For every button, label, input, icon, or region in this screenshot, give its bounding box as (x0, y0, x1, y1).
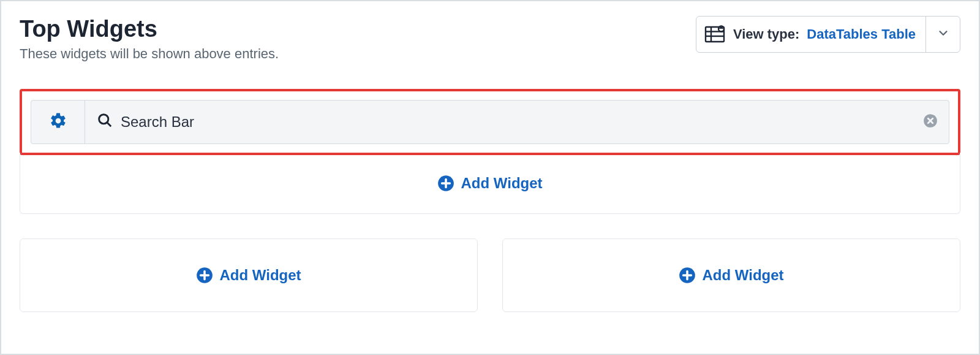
widget-settings-button[interactable] (31, 101, 85, 143)
page-subtitle: These widgets will be shown above entrie… (20, 46, 279, 62)
plus-circle-icon (679, 267, 696, 284)
add-widget-columns: Add Widget Add Widget (20, 239, 960, 312)
plus-circle-icon (437, 175, 454, 192)
chevron-down-icon (937, 26, 950, 42)
add-widget-button-col-2[interactable]: Add Widget (502, 239, 960, 312)
title-block: Top Widgets These widgets will be shown … (20, 16, 279, 62)
close-icon (922, 113, 938, 131)
search-bar-widget-highlight: Search Bar (20, 89, 960, 155)
plus-circle-icon (196, 267, 213, 284)
header-row: Top Widgets These widgets will be shown … (20, 16, 960, 62)
search-bar-widget[interactable]: Search Bar (31, 100, 949, 144)
add-widget-label: Add Widget (461, 175, 542, 192)
svg-line-7 (107, 123, 111, 126)
view-type-value: DataTables Table (807, 26, 916, 42)
page-title: Top Widgets (20, 16, 279, 42)
widget-body[interactable]: Search Bar (85, 101, 912, 143)
widget-name: Search Bar (121, 113, 194, 131)
view-type-label: View type: (733, 26, 799, 42)
view-type-dropdown-toggle[interactable] (925, 17, 960, 52)
top-widgets-panel: Top Widgets These widgets will be shown … (0, 0, 980, 355)
view-type-main[interactable]: View type: DataTables Table (696, 17, 925, 52)
view-type-selector[interactable]: View type: DataTables Table (696, 16, 960, 53)
add-widget-label: Add Widget (702, 267, 783, 284)
add-widget-button-col-1[interactable]: Add Widget (20, 239, 478, 312)
add-widget-button-top[interactable]: Add Widget (20, 153, 960, 214)
table-icon (704, 23, 726, 45)
widget-remove-button[interactable] (912, 101, 949, 143)
add-widget-label: Add Widget (219, 267, 301, 284)
gear-icon (49, 112, 67, 132)
search-icon (96, 112, 113, 132)
